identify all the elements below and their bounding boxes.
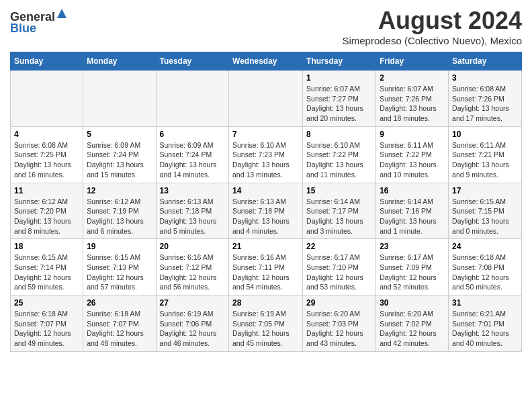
day-info: Sunrise: 6:10 AMSunset: 7:23 PMDaylight:… <box>232 140 299 180</box>
calendar-day-cell <box>229 71 303 127</box>
day-number: 11 <box>14 186 79 195</box>
day-info: Sunrise: 6:09 AMSunset: 7:24 PMDaylight:… <box>160 140 226 180</box>
day-info: Sunrise: 6:10 AMSunset: 7:22 PMDaylight:… <box>306 140 372 180</box>
calendar-day-cell: 9Sunrise: 6:11 AMSunset: 7:22 PMDaylight… <box>376 126 449 183</box>
calendar-day-cell: 10Sunrise: 6:11 AMSunset: 7:21 PMDayligh… <box>449 126 522 183</box>
day-info: Sunrise: 6:15 AMSunset: 7:13 PMDaylight:… <box>87 253 152 292</box>
day-info: Sunrise: 6:13 AMSunset: 7:18 PMDaylight:… <box>160 197 226 236</box>
day-info: Sunrise: 6:14 AMSunset: 7:16 PMDaylight:… <box>380 197 445 236</box>
calendar-day-cell <box>83 71 156 127</box>
calendar-day-header: Friday <box>376 52 449 71</box>
day-info: Sunrise: 6:08 AMSunset: 7:26 PMDaylight:… <box>452 84 518 124</box>
day-info: Sunrise: 6:15 AMSunset: 7:14 PMDaylight:… <box>14 253 79 292</box>
calendar-day-header: Sunday <box>11 52 83 71</box>
calendar-week-row: 25Sunrise: 6:18 AMSunset: 7:07 PMDayligh… <box>11 295 522 352</box>
day-number: 1 <box>306 73 372 83</box>
day-info: Sunrise: 6:17 AMSunset: 7:10 PMDaylight:… <box>306 253 372 292</box>
day-info: Sunrise: 6:14 AMSunset: 7:17 PMDaylight:… <box>306 197 372 236</box>
day-info: Sunrise: 6:18 AMSunset: 7:07 PMDaylight:… <box>14 309 79 349</box>
day-info: Sunrise: 6:19 AMSunset: 7:05 PMDaylight:… <box>232 309 299 349</box>
calendar-week-row: 4Sunrise: 6:08 AMSunset: 7:25 PMDaylight… <box>11 126 522 183</box>
calendar-day-cell: 6Sunrise: 6:09 AMSunset: 7:24 PMDaylight… <box>156 126 229 183</box>
calendar-day-header: Thursday <box>303 52 376 71</box>
calendar-day-cell: 3Sunrise: 6:08 AMSunset: 7:26 PMDaylight… <box>449 71 522 127</box>
calendar-week-row: 1Sunrise: 6:07 AMSunset: 7:27 PMDaylight… <box>11 71 522 127</box>
day-number: 10 <box>452 130 518 139</box>
calendar-day-cell: 8Sunrise: 6:10 AMSunset: 7:22 PMDaylight… <box>303 126 376 183</box>
calendar-day-cell: 29Sunrise: 6:20 AMSunset: 7:03 PMDayligh… <box>303 295 376 352</box>
calendar-day-cell: 25Sunrise: 6:18 AMSunset: 7:07 PMDayligh… <box>11 295 83 352</box>
calendar-week-row: 18Sunrise: 6:15 AMSunset: 7:14 PMDayligh… <box>11 239 522 295</box>
day-info: Sunrise: 6:16 AMSunset: 7:12 PMDaylight:… <box>160 253 226 292</box>
day-info: Sunrise: 6:07 AMSunset: 7:27 PMDaylight:… <box>306 84 372 124</box>
calendar-day-cell: 30Sunrise: 6:20 AMSunset: 7:02 PMDayligh… <box>376 295 449 352</box>
day-number: 18 <box>14 242 79 251</box>
day-number: 3 <box>452 73 518 83</box>
calendar-day-cell: 28Sunrise: 6:19 AMSunset: 7:05 PMDayligh… <box>229 295 303 352</box>
page-title: August 2024 <box>342 7 522 35</box>
calendar-day-cell: 21Sunrise: 6:16 AMSunset: 7:11 PMDayligh… <box>229 239 303 295</box>
calendar-day-header: Saturday <box>449 52 522 71</box>
logo-blue: Blue <box>10 21 36 36</box>
day-info: Sunrise: 6:12 AMSunset: 7:20 PMDaylight:… <box>14 197 79 236</box>
day-number: 16 <box>380 186 445 195</box>
day-info: Sunrise: 6:15 AMSunset: 7:15 PMDaylight:… <box>452 197 518 236</box>
calendar-day-cell: 26Sunrise: 6:18 AMSunset: 7:07 PMDayligh… <box>83 295 156 352</box>
day-number: 20 <box>160 242 226 251</box>
calendar-day-cell: 15Sunrise: 6:14 AMSunset: 7:17 PMDayligh… <box>303 183 376 239</box>
calendar-day-cell: 27Sunrise: 6:19 AMSunset: 7:06 PMDayligh… <box>156 295 229 352</box>
day-info: Sunrise: 6:12 AMSunset: 7:19 PMDaylight:… <box>87 197 152 236</box>
day-number: 28 <box>232 298 299 308</box>
day-number: 4 <box>14 130 79 139</box>
calendar-week-row: 11Sunrise: 6:12 AMSunset: 7:20 PMDayligh… <box>11 183 522 239</box>
day-info: Sunrise: 6:09 AMSunset: 7:24 PMDaylight:… <box>87 140 152 180</box>
day-info: Sunrise: 6:18 AMSunset: 7:08 PMDaylight:… <box>452 253 518 292</box>
calendar-day-cell: 13Sunrise: 6:13 AMSunset: 7:18 PMDayligh… <box>156 183 229 239</box>
day-info: Sunrise: 6:17 AMSunset: 7:09 PMDaylight:… <box>380 253 445 292</box>
day-info: Sunrise: 6:11 AMSunset: 7:22 PMDaylight:… <box>380 140 445 180</box>
day-info: Sunrise: 6:18 AMSunset: 7:07 PMDaylight:… <box>87 309 152 349</box>
calendar-day-cell: 31Sunrise: 6:21 AMSunset: 7:01 PMDayligh… <box>449 295 522 352</box>
calendar-day-cell: 12Sunrise: 6:12 AMSunset: 7:19 PMDayligh… <box>83 183 156 239</box>
calendar-day-cell: 16Sunrise: 6:14 AMSunset: 7:16 PMDayligh… <box>376 183 449 239</box>
calendar-day-header: Monday <box>83 52 156 71</box>
title-section: August 2024 Simeprodeso (Colectivo Nuevo… <box>342 7 522 46</box>
day-number: 27 <box>160 298 226 308</box>
svg-marker-0 <box>57 9 66 18</box>
day-number: 24 <box>452 242 518 251</box>
day-info: Sunrise: 6:08 AMSunset: 7:25 PMDaylight:… <box>14 140 79 180</box>
calendar-day-cell: 7Sunrise: 6:10 AMSunset: 7:23 PMDaylight… <box>229 126 303 183</box>
day-info: Sunrise: 6:20 AMSunset: 7:03 PMDaylight:… <box>306 309 372 349</box>
day-number: 8 <box>306 130 372 139</box>
day-number: 26 <box>87 298 152 308</box>
day-number: 17 <box>452 186 518 195</box>
day-number: 5 <box>87 130 152 139</box>
day-number: 29 <box>306 298 372 308</box>
day-number: 7 <box>232 130 299 139</box>
page-subtitle: Simeprodeso (Colectivo Nuevo), Mexico <box>342 35 522 46</box>
day-info: Sunrise: 6:13 AMSunset: 7:18 PMDaylight:… <box>232 197 299 236</box>
calendar-day-cell: 1Sunrise: 6:07 AMSunset: 7:27 PMDaylight… <box>303 71 376 127</box>
day-info: Sunrise: 6:11 AMSunset: 7:21 PMDaylight:… <box>452 140 518 180</box>
calendar-day-cell: 14Sunrise: 6:13 AMSunset: 7:18 PMDayligh… <box>229 183 303 239</box>
day-number: 23 <box>380 242 445 251</box>
day-number: 21 <box>232 242 299 251</box>
day-number: 2 <box>380 73 445 83</box>
calendar-day-cell: 18Sunrise: 6:15 AMSunset: 7:14 PMDayligh… <box>11 239 83 295</box>
day-info: Sunrise: 6:07 AMSunset: 7:26 PMDaylight:… <box>380 84 445 124</box>
calendar-day-cell <box>11 71 83 127</box>
calendar-day-cell: 20Sunrise: 6:16 AMSunset: 7:12 PMDayligh… <box>156 239 229 295</box>
calendar-day-cell: 23Sunrise: 6:17 AMSunset: 7:09 PMDayligh… <box>376 239 449 295</box>
day-number: 22 <box>306 242 372 251</box>
day-number: 12 <box>87 186 152 195</box>
calendar-header-row: SundayMondayTuesdayWednesdayThursdayFrid… <box>11 52 522 71</box>
day-number: 30 <box>380 298 445 308</box>
day-number: 15 <box>306 186 372 195</box>
day-number: 6 <box>160 130 226 139</box>
day-info: Sunrise: 6:16 AMSunset: 7:11 PMDaylight:… <box>232 253 299 292</box>
day-number: 31 <box>452 298 518 308</box>
calendar-table: SundayMondayTuesdayWednesdayThursdayFrid… <box>10 52 522 352</box>
calendar-day-header: Wednesday <box>229 52 303 71</box>
day-info: Sunrise: 6:19 AMSunset: 7:06 PMDaylight:… <box>160 309 226 349</box>
calendar-day-cell: 24Sunrise: 6:18 AMSunset: 7:08 PMDayligh… <box>449 239 522 295</box>
